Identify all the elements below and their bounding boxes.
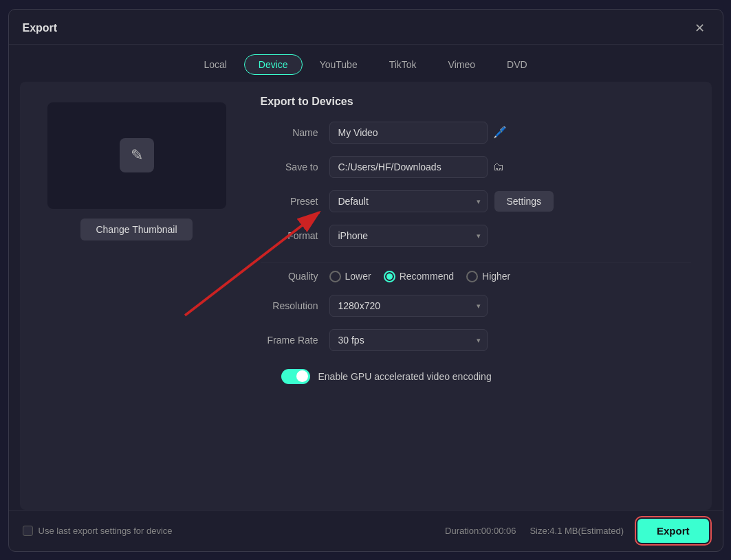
edit-icon: ✎: [131, 146, 143, 164]
section-title: Export to Devices: [261, 96, 691, 108]
gpu-toggle-label: Enable GPU accelerated video encoding: [318, 371, 492, 382]
frame-rate-select-wrap: 30 fps ▾: [329, 329, 488, 351]
preset-label: Preset: [261, 196, 329, 207]
preset-select-wrap: Default ▾: [329, 190, 488, 212]
quality-label: Quality: [261, 271, 329, 282]
quality-higher-radio[interactable]: [466, 271, 478, 282]
quality-lower-option[interactable]: Lower: [329, 271, 371, 282]
tab-device[interactable]: Device: [244, 54, 303, 75]
content-area: ✎ Change Thumbnail Export to Devices Nam…: [20, 82, 712, 510]
ai-icon: 🖊️: [493, 126, 507, 138]
tab-youtube[interactable]: YouTube: [305, 54, 372, 75]
format-row: Format iPhone ▾: [261, 225, 691, 247]
name-input[interactable]: [329, 122, 488, 144]
gpu-toggle-row: Enable GPU accelerated video encoding: [261, 369, 691, 384]
resolution-select-wrap: 1280x720 ▾: [329, 295, 488, 317]
change-thumbnail-button[interactable]: Change Thumbnail: [80, 219, 192, 240]
duration-text: Duration:00:00:06: [445, 526, 516, 536]
dialog-title: Export: [23, 22, 58, 34]
quality-recommend-option[interactable]: Recommend: [384, 271, 454, 282]
name-label: Name: [261, 127, 329, 138]
preset-row: Preset Default ▾ Settings: [261, 190, 691, 212]
tab-tiktok[interactable]: TikTok: [375, 54, 431, 75]
quality-lower-radio[interactable]: [329, 271, 341, 282]
close-button[interactable]: ✕: [690, 19, 709, 37]
export-dialog: Export ✕ Local Device YouTube TikTok Vim…: [8, 9, 723, 552]
quality-higher-option[interactable]: Higher: [466, 271, 510, 282]
save-to-label: Save to: [261, 161, 329, 172]
resolution-label: Resolution: [261, 300, 329, 311]
left-panel: ✎ Change Thumbnail: [20, 82, 254, 510]
size-text: Size:4.1 MB(Estimated): [530, 526, 624, 536]
frame-rate-select[interactable]: 30 fps: [329, 329, 488, 351]
thumbnail-preview: ✎: [47, 102, 226, 209]
export-button[interactable]: Export: [637, 519, 709, 543]
browse-folder-button[interactable]: 🗂: [493, 161, 504, 173]
use-last-label: Use last export settings for device: [39, 526, 173, 536]
save-to-row: Save to 🗂: [261, 156, 691, 178]
format-select[interactable]: iPhone: [329, 225, 488, 247]
bottom-right: Duration:00:00:06 Size:4.1 MB(Estimated)…: [445, 519, 708, 543]
settings-button[interactable]: Settings: [494, 191, 554, 212]
frame-rate-label: Frame Rate: [261, 335, 329, 346]
form-divider: [261, 262, 691, 262]
quality-row: Quality Lower Recommend Higher: [261, 271, 691, 282]
quality-recommend-radio[interactable]: [384, 271, 395, 282]
ai-rename-button[interactable]: 🖊️: [493, 126, 507, 139]
use-last-settings: Use last export settings for device: [23, 526, 173, 536]
use-last-checkbox[interactable]: [23, 526, 33, 536]
resolution-row: Resolution 1280x720 ▾: [261, 295, 691, 317]
format-label: Format: [261, 230, 329, 241]
thumbnail-icon: ✎: [120, 138, 154, 172]
quality-radio-group: Lower Recommend Higher: [329, 271, 511, 282]
tab-local[interactable]: Local: [189, 54, 241, 75]
titlebar: Export ✕: [9, 10, 723, 45]
save-to-input[interactable]: [329, 156, 488, 178]
tab-vimeo[interactable]: Vimeo: [434, 54, 490, 75]
toggle-knob: [296, 370, 308, 382]
tabs-row: Local Device YouTube TikTok Vimeo DVD: [9, 45, 723, 82]
bottom-bar: Use last export settings for device Dura…: [9, 510, 723, 551]
quality-recommend-label: Recommend: [400, 271, 454, 282]
gpu-toggle[interactable]: [281, 369, 310, 384]
quality-higher-label: Higher: [482, 271, 510, 282]
folder-icon: 🗂: [493, 161, 504, 172]
name-row: Name 🖊️: [261, 122, 691, 144]
frame-rate-row: Frame Rate 30 fps ▾: [261, 329, 691, 351]
quality-lower-label: Lower: [345, 271, 371, 282]
resolution-select[interactable]: 1280x720: [329, 295, 488, 317]
format-select-wrap: iPhone ▾: [329, 225, 488, 247]
right-panel: Export to Devices Name 🖊️ Save to 🗂 Pres…: [254, 82, 712, 510]
tab-dvd[interactable]: DVD: [492, 54, 542, 75]
preset-select[interactable]: Default: [329, 190, 488, 212]
